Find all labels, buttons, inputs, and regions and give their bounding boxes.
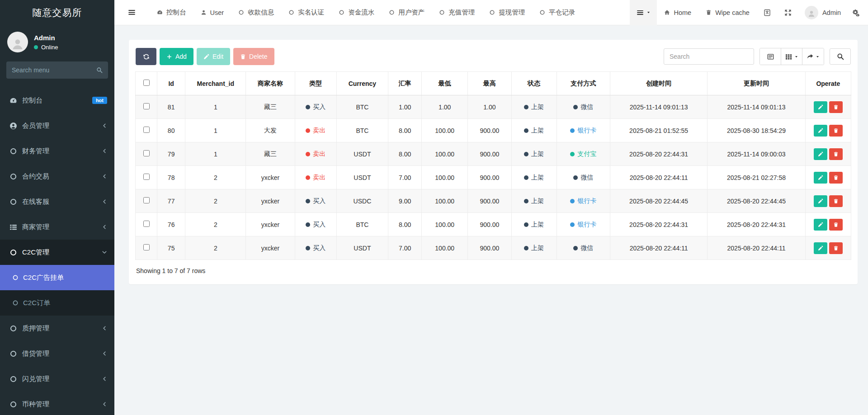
row-edit-button[interactable]	[814, 219, 827, 231]
row-checkbox[interactable]	[143, 244, 150, 250]
status-dot-icon	[524, 199, 528, 203]
cell-currency: BTC	[336, 213, 388, 236]
search-button[interactable]	[830, 48, 851, 65]
table-row-78: 782yxcker卖出USDT7.00100.00900.00上架微信2025-…	[136, 166, 851, 189]
sidebar-item-7[interactable]: 质押管理	[0, 316, 114, 341]
cell-rate: 8.00	[388, 119, 422, 142]
cell-currency: BTC	[336, 119, 388, 142]
row-checkbox[interactable]	[143, 174, 150, 180]
table-search-input[interactable]	[664, 48, 754, 65]
table-row-77: 772yxcker买入USDC9.00100.00900.00上架银行卡2025…	[136, 189, 851, 213]
row-delete-button[interactable]	[829, 172, 843, 184]
cell-updated-at: 2025-08-30 18:54:29	[708, 119, 805, 142]
row-delete-button[interactable]	[829, 195, 843, 207]
col-header-3: 商家名称	[246, 72, 295, 95]
sidebar-item-3[interactable]: 合约交易	[0, 164, 114, 189]
sidebar-item-1[interactable]: 会员管理	[0, 113, 114, 138]
row-edit-button[interactable]	[814, 101, 827, 113]
sidebar-item-2[interactable]: 财务管理	[0, 138, 114, 164]
topbar-item-4[interactable]: 资金流水	[331, 0, 382, 25]
row-delete-button[interactable]	[829, 242, 843, 254]
row-delete-button[interactable]	[829, 101, 843, 113]
cell-max: 900.00	[468, 213, 511, 236]
row-edit-button[interactable]	[814, 148, 827, 160]
topbar-item-1[interactable]: User	[193, 0, 231, 25]
language-button[interactable]	[757, 0, 778, 25]
sidebar-item-9[interactable]: 闪兑管理	[0, 366, 114, 391]
sidebar-toggle-button[interactable]	[123, 0, 140, 25]
home-label: Home	[674, 9, 691, 16]
cell-updated-at: 2025-11-14 09:01:13	[708, 95, 805, 119]
sidebar-item-6[interactable]: C2C管理	[0, 240, 114, 265]
export-button[interactable]	[802, 48, 824, 65]
row-checkbox[interactable]	[143, 221, 150, 227]
sidebar-subitem-6-1[interactable]: C2C订单	[0, 290, 114, 316]
settings-button[interactable]	[847, 0, 868, 25]
search-icon	[837, 53, 844, 60]
topbar-item-3[interactable]: 实名认证	[281, 0, 331, 25]
topbar-item-7[interactable]: 提现管理	[482, 0, 532, 25]
row-delete-button[interactable]	[829, 148, 843, 160]
row-edit-button[interactable]	[814, 125, 827, 137]
status-label: 上架	[531, 244, 544, 251]
cell-min: 100.00	[422, 189, 468, 213]
row-edit-button[interactable]	[814, 172, 827, 184]
add-button[interactable]: Add	[160, 48, 193, 65]
row-checkbox[interactable]	[143, 197, 150, 203]
row-checkbox[interactable]	[143, 150, 150, 156]
delete-button[interactable]: Delete	[233, 48, 274, 65]
cell-currency: BTC	[336, 95, 388, 119]
cell-merchant-id: 2	[185, 189, 246, 213]
row-delete-button[interactable]	[829, 125, 843, 137]
refresh-button[interactable]	[136, 48, 156, 65]
sidebar-item-0[interactable]: 控制台hot	[0, 88, 114, 113]
payment-dot-icon	[570, 152, 575, 156]
cell-max: 900.00	[468, 142, 511, 166]
view-options-group	[760, 48, 824, 65]
topbar-user-label: Admin	[822, 9, 841, 16]
topbar-right: Home Wipe cache Admin	[630, 0, 868, 25]
row-delete-button[interactable]	[829, 219, 843, 231]
wipe-cache-button[interactable]: Wipe cache	[698, 0, 757, 25]
trash-icon	[833, 128, 839, 133]
cell-currency: USDC	[336, 189, 388, 213]
search-icon[interactable]	[96, 67, 103, 73]
sidebar-item-5[interactable]: 商家管理	[0, 214, 114, 240]
cell-id: 79	[157, 142, 185, 166]
edit-button[interactable]: Edit	[197, 48, 230, 65]
chevron-left-icon	[102, 401, 107, 407]
topbar-item-8[interactable]: 平仓记录	[532, 0, 582, 25]
columns-button[interactable]	[781, 48, 802, 65]
user-circle-icon	[9, 122, 17, 130]
home-button[interactable]: Home	[657, 0, 698, 25]
sidebar-subitem-6-0[interactable]: C2C广告挂单	[0, 265, 114, 290]
nav-menu-dropdown[interactable]	[630, 0, 657, 25]
toolbar-right	[664, 48, 851, 65]
col-header-8: 最高	[468, 72, 511, 95]
fullscreen-button[interactable]	[778, 0, 798, 25]
row-checkbox[interactable]	[143, 103, 150, 109]
user-menu[interactable]: Admin	[798, 0, 847, 25]
select-all-checkbox[interactable]	[143, 80, 150, 86]
row-edit-button[interactable]	[814, 242, 827, 254]
topbar-item-5[interactable]: 用户资产	[382, 0, 432, 25]
cell-type: 卖出	[295, 166, 336, 189]
sidebar-item-4[interactable]: 在线客服	[0, 189, 114, 214]
topbar-item-6[interactable]: 充值管理	[432, 0, 482, 25]
sidebar-item-8[interactable]: 借贷管理	[0, 341, 114, 366]
col-header-5: Currency	[336, 72, 388, 95]
cell-status: 上架	[511, 95, 557, 119]
row-checkbox[interactable]	[143, 127, 150, 133]
cell-operate	[805, 119, 851, 142]
trash-icon	[833, 104, 839, 110]
payment-dot-icon	[573, 105, 578, 109]
user-panel: Admin Online	[0, 25, 114, 58]
sidebar-item-label: 控制台	[22, 96, 42, 105]
row-edit-button[interactable]	[814, 195, 827, 207]
detail-view-button[interactable]	[760, 48, 781, 65]
sidebar-item-10[interactable]: 币种管理	[0, 391, 114, 415]
col-header-2: Merchant_id	[185, 72, 246, 95]
topbar-item-2[interactable]: 收款信息	[231, 0, 281, 25]
sidebar-search-input[interactable]	[12, 66, 96, 74]
topbar-item-0[interactable]: 控制台	[150, 0, 193, 25]
